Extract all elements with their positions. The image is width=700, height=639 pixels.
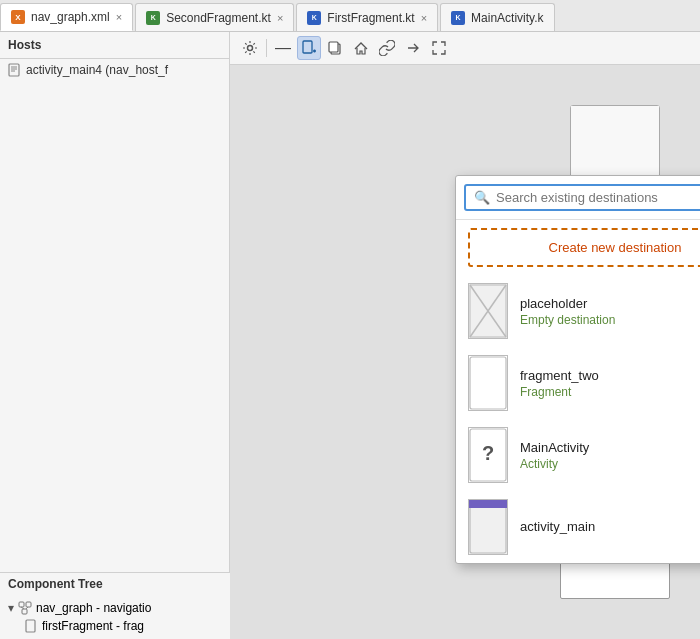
list-item-main-activity[interactable]: ? MainActivity Activity xyxy=(456,419,700,491)
search-input[interactable] xyxy=(496,190,700,205)
svg-rect-4 xyxy=(19,602,24,607)
tab-close-nav-graph[interactable]: × xyxy=(116,11,122,23)
fragment-two-name: fragment_two xyxy=(520,368,599,383)
create-new-label: Create new destination xyxy=(549,240,682,255)
main-activity-name: MainActivity xyxy=(520,440,589,455)
destination-dropdown: 🔍 Create new destination xyxy=(455,175,700,564)
activity-thumb-icon: ? xyxy=(469,428,507,482)
component-tree-title: Component Tree xyxy=(8,577,103,591)
arrow-right-icon xyxy=(405,40,421,56)
svg-text:?: ? xyxy=(482,442,494,464)
kt-blue-icon-first: K xyxy=(307,11,321,25)
fragment-icon xyxy=(24,619,38,633)
activity-main-name: activity_main xyxy=(520,519,595,534)
placeholder-labels: placeholder Empty destination xyxy=(520,296,615,327)
search-box: 🔍 xyxy=(456,176,700,220)
canvas: ment 🔍 Create new destination xyxy=(230,65,700,639)
panel-title: Hosts xyxy=(8,38,41,52)
toolbar: — xyxy=(230,32,700,65)
fragment-two-labels: fragment_two Fragment xyxy=(520,368,599,399)
tab-label-main-activity: MainActivity.k xyxy=(471,11,543,25)
home-icon xyxy=(353,40,369,56)
activity-main-thumbnail xyxy=(468,499,508,555)
link-button[interactable] xyxy=(375,36,399,60)
svg-point-10 xyxy=(248,46,253,51)
tab-label-second-fragment: SecondFragment.kt xyxy=(166,11,271,25)
destination-list: placeholder Empty destination fragment_ xyxy=(456,275,700,563)
svg-rect-22 xyxy=(470,501,506,553)
nav-graph-label: nav_graph - navigatio xyxy=(36,601,151,615)
left-panel: Hosts activity_main4 (nav_host_f Compone… xyxy=(0,32,230,639)
gear-icon xyxy=(242,40,258,56)
tab-label-nav-graph: nav_graph.xml xyxy=(31,10,110,24)
svg-rect-15 xyxy=(329,42,338,52)
activity-main-bar xyxy=(469,500,507,508)
main-area: Hosts activity_main4 (nav_host_f Compone… xyxy=(0,32,700,639)
tab-first-fragment[interactable]: K FirstFragment.kt × xyxy=(296,3,438,31)
tab-main-activity[interactable]: K MainActivity.k xyxy=(440,3,554,31)
activity-main-labels: activity_main xyxy=(520,519,595,536)
duplicate-icon xyxy=(327,40,343,56)
first-fragment-label: firstFragment - frag xyxy=(42,619,144,633)
main-activity-labels: MainActivity Activity xyxy=(520,440,589,471)
minus-icon: — xyxy=(275,40,291,56)
tab-close-first-fragment[interactable]: × xyxy=(421,12,427,24)
settings-button[interactable] xyxy=(238,36,262,60)
svg-rect-0 xyxy=(9,64,19,76)
list-item-placeholder[interactable]: placeholder Empty destination xyxy=(456,275,700,347)
placeholder-thumbnail xyxy=(468,283,508,339)
svg-rect-19 xyxy=(470,357,506,409)
tree-item-label: activity_main4 (nav_host_f xyxy=(26,63,168,77)
svg-rect-5 xyxy=(26,602,31,607)
tab-second-fragment[interactable]: K SecondFragment.kt × xyxy=(135,3,294,31)
fragment-two-type: Fragment xyxy=(520,385,599,399)
kt-green-icon-second: K xyxy=(146,11,160,25)
main-activity-thumbnail: ? xyxy=(468,427,508,483)
search-input-wrap[interactable]: 🔍 xyxy=(464,184,700,211)
expand-icon xyxy=(431,40,447,56)
link-icon xyxy=(379,40,395,56)
nav-graph-icon xyxy=(18,601,32,615)
kt-blue-icon-main: K xyxy=(451,11,465,25)
add-destination-button[interactable] xyxy=(297,36,321,60)
create-new-destination-button[interactable]: Create new destination xyxy=(468,228,700,267)
xml-icon: X xyxy=(11,10,25,24)
toolbar-separator-1 xyxy=(266,39,267,57)
svg-rect-6 xyxy=(22,609,27,614)
add-destination-icon xyxy=(301,40,317,56)
tab-label-first-fragment: FirstFragment.kt xyxy=(327,11,414,25)
placeholder-x-icon xyxy=(469,284,507,338)
chevron-down-icon: ▾ xyxy=(8,601,14,615)
svg-rect-11 xyxy=(303,41,312,53)
minus-button[interactable]: — xyxy=(271,36,295,60)
activity-file-icon xyxy=(8,63,22,77)
fragment-two-thumbnail xyxy=(468,355,508,411)
expand-button[interactable] xyxy=(427,36,451,60)
placeholder-type: Empty destination xyxy=(520,313,615,327)
activity-main-thumb-icon xyxy=(469,500,507,554)
list-item-fragment-two[interactable]: fragment_two Fragment xyxy=(456,347,700,419)
duplicate-button[interactable] xyxy=(323,36,347,60)
search-icon: 🔍 xyxy=(474,190,490,205)
svg-rect-9 xyxy=(26,620,35,632)
main-activity-type: Activity xyxy=(520,457,589,471)
placeholder-name: placeholder xyxy=(520,296,615,311)
panel-header: Hosts xyxy=(0,32,229,59)
tab-nav-graph[interactable]: X nav_graph.xml × xyxy=(0,3,133,31)
list-item-activity-main[interactable]: activity_main xyxy=(456,491,700,563)
arrow-button[interactable] xyxy=(401,36,425,60)
tab-close-second-fragment[interactable]: × xyxy=(277,12,283,24)
home-button[interactable] xyxy=(349,36,373,60)
fragment-thumb-icon xyxy=(469,356,507,410)
tree-item-activity[interactable]: activity_main4 (nav_host_f xyxy=(0,59,229,81)
tab-bar: X nav_graph.xml × K SecondFragment.kt × … xyxy=(0,0,700,32)
